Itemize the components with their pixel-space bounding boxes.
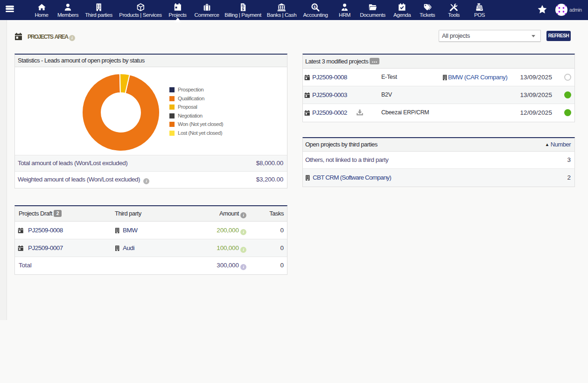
svg-text:$: $ [314, 5, 316, 8]
